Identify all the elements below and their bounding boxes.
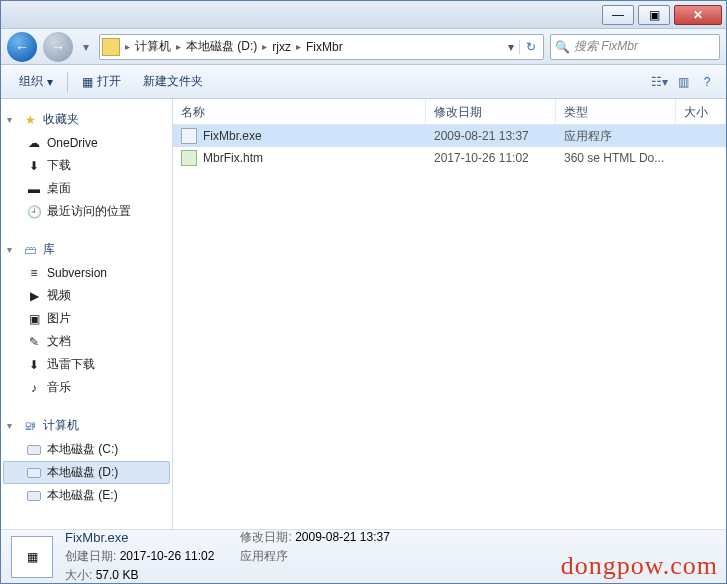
details-pane: ▦ FixMbr.exe 修改日期: 2009-08-21 13:37 创建日期…: [1, 529, 726, 583]
sidebar-group-favorites[interactable]: ▾ ★ 收藏夹: [3, 105, 170, 132]
sidebar-item-xunlei[interactable]: ⬇迅雷下载: [3, 353, 170, 376]
navigation-pane[interactable]: ▾ ★ 收藏夹 ☁OneDrive ⬇下载 ▬桌面 🕘最近访问的位置 ▾ 🗃 库…: [1, 99, 173, 529]
download-icon: ⬇: [25, 158, 43, 174]
content-area: ▾ ★ 收藏夹 ☁OneDrive ⬇下载 ▬桌面 🕘最近访问的位置 ▾ 🗃 库…: [1, 99, 726, 529]
refresh-button[interactable]: ↻: [519, 40, 541, 54]
sidebar-group-libraries[interactable]: ▾ 🗃 库: [3, 235, 170, 262]
column-type[interactable]: 类型: [556, 99, 676, 124]
sidebar-item-drive-d[interactable]: 本地磁盘 (D:): [3, 461, 170, 484]
chevron-down-icon: ▾: [47, 75, 53, 89]
chevron-right-icon[interactable]: ▸: [295, 41, 302, 52]
watermark: dongpow.com: [561, 551, 718, 581]
back-button[interactable]: ←: [7, 32, 37, 62]
computer-icon: 🖳: [21, 418, 39, 434]
details-size: 57.0 KB: [96, 568, 139, 582]
star-icon: ★: [21, 112, 39, 128]
details-modified-label: 修改日期:: [240, 530, 291, 544]
folder-icon: [102, 38, 120, 56]
details-modified: 2009-08-21 13:37: [295, 530, 390, 544]
file-row[interactable]: FixMbr.exe 2009-08-21 13:37 应用程序: [173, 125, 726, 147]
group-label: 收藏夹: [43, 111, 79, 128]
address-bar[interactable]: ▸ 计算机 ▸ 本地磁盘 (D:) ▸ rjxz ▸ FixMbr ▾ ↻: [99, 34, 544, 60]
collapse-icon[interactable]: ▾: [7, 420, 21, 431]
sidebar-item-recent[interactable]: 🕘最近访问的位置: [3, 200, 170, 223]
sidebar-item-desktop[interactable]: ▬桌面: [3, 177, 170, 200]
desktop-icon: ▬: [25, 181, 43, 197]
sidebar-item-onedrive[interactable]: ☁OneDrive: [3, 132, 170, 154]
breadcrumb[interactable]: 本地磁盘 (D:): [182, 38, 261, 55]
file-name: MbrFix.htm: [203, 151, 263, 165]
column-name[interactable]: 名称: [173, 99, 426, 124]
new-folder-button[interactable]: 新建文件夹: [133, 69, 213, 94]
sidebar-item-documents[interactable]: ✎文档: [3, 330, 170, 353]
breadcrumb[interactable]: FixMbr: [302, 40, 347, 54]
file-type: 360 se HTML Do...: [556, 151, 676, 165]
breadcrumb[interactable]: 计算机: [131, 38, 175, 55]
exe-icon: [181, 128, 197, 144]
titlebar: — ▣ ✕: [1, 1, 726, 29]
column-headers: 名称 修改日期 类型 大小: [173, 99, 726, 125]
explorer-window: — ▣ ✕ ← → ▾ ▸ 计算机 ▸ 本地磁盘 (D:) ▸ rjxz ▸ F…: [0, 0, 727, 584]
sidebar-item-drive-e[interactable]: 本地磁盘 (E:): [3, 484, 170, 507]
search-placeholder: 搜索 FixMbr: [574, 38, 638, 55]
details-filetype: 应用程序: [240, 548, 389, 565]
picture-icon: ▣: [25, 311, 43, 327]
document-icon: ✎: [25, 334, 43, 350]
chevron-right-icon[interactable]: ▸: [124, 41, 131, 52]
open-button[interactable]: ▦ 打开: [72, 69, 131, 94]
group-label: 计算机: [43, 417, 79, 434]
drive-icon: [25, 442, 43, 458]
maximize-button[interactable]: ▣: [638, 5, 670, 25]
file-thumbnail: ▦: [11, 536, 53, 578]
chevron-right-icon[interactable]: ▸: [175, 41, 182, 52]
open-label: 打开: [97, 73, 121, 90]
forward-button[interactable]: →: [43, 32, 73, 62]
cloud-icon: ☁: [25, 135, 43, 151]
file-date: 2017-10-26 11:02: [426, 151, 556, 165]
details-created-label: 创建日期:: [65, 549, 116, 563]
search-input[interactable]: 🔍 搜索 FixMbr: [550, 34, 720, 60]
file-date: 2009-08-21 13:37: [426, 129, 556, 143]
drive-icon: [25, 465, 43, 481]
organize-button[interactable]: 组织 ▾: [9, 69, 63, 94]
history-dropdown[interactable]: ▾: [79, 40, 93, 54]
column-date[interactable]: 修改日期: [426, 99, 556, 124]
separator: [67, 72, 68, 92]
file-name: FixMbr.exe: [203, 129, 262, 143]
help-button[interactable]: ?: [696, 71, 718, 93]
breadcrumb[interactable]: rjxz: [268, 40, 295, 54]
details-filename: FixMbr.exe: [65, 530, 214, 545]
recent-icon: 🕘: [25, 204, 43, 220]
organize-label: 组织: [19, 73, 43, 90]
file-list-pane: 名称 修改日期 类型 大小 FixMbr.exe 2009-08-21 13:3…: [173, 99, 726, 529]
file-type: 应用程序: [556, 128, 676, 145]
sidebar-item-videos[interactable]: ▶视频: [3, 284, 170, 307]
collapse-icon[interactable]: ▾: [7, 244, 21, 255]
column-size[interactable]: 大小: [676, 99, 726, 124]
view-options-button[interactable]: ☷▾: [648, 71, 670, 93]
navigation-bar: ← → ▾ ▸ 计算机 ▸ 本地磁盘 (D:) ▸ rjxz ▸ FixMbr …: [1, 29, 726, 65]
sidebar-item-drive-c[interactable]: 本地磁盘 (C:): [3, 438, 170, 461]
sidebar-item-downloads[interactable]: ⬇下载: [3, 154, 170, 177]
collapse-icon[interactable]: ▾: [7, 114, 21, 125]
preview-pane-button[interactable]: ▥: [672, 71, 694, 93]
download-icon: ⬇: [25, 357, 43, 373]
chevron-right-icon[interactable]: ▸: [261, 41, 268, 52]
music-icon: ♪: [25, 380, 43, 396]
sidebar-item-subversion[interactable]: ≡Subversion: [3, 262, 170, 284]
sidebar-item-pictures[interactable]: ▣图片: [3, 307, 170, 330]
file-row[interactable]: MbrFix.htm 2017-10-26 11:02 360 se HTML …: [173, 147, 726, 169]
html-icon: [181, 150, 197, 166]
sidebar-group-computer[interactable]: ▾ 🖳 计算机: [3, 411, 170, 438]
drive-icon: [25, 488, 43, 504]
search-icon: 🔍: [555, 40, 570, 54]
command-bar: 组织 ▾ ▦ 打开 新建文件夹 ☷▾ ▥ ?: [1, 65, 726, 99]
close-button[interactable]: ✕: [674, 5, 722, 25]
minimize-button[interactable]: —: [602, 5, 634, 25]
file-rows[interactable]: FixMbr.exe 2009-08-21 13:37 应用程序 MbrFix.…: [173, 125, 726, 529]
sidebar-item-music[interactable]: ♪音乐: [3, 376, 170, 399]
address-dropdown[interactable]: ▾: [503, 40, 519, 54]
open-icon: ▦: [82, 75, 93, 89]
details-size-label: 大小:: [65, 568, 92, 582]
group-label: 库: [43, 241, 55, 258]
